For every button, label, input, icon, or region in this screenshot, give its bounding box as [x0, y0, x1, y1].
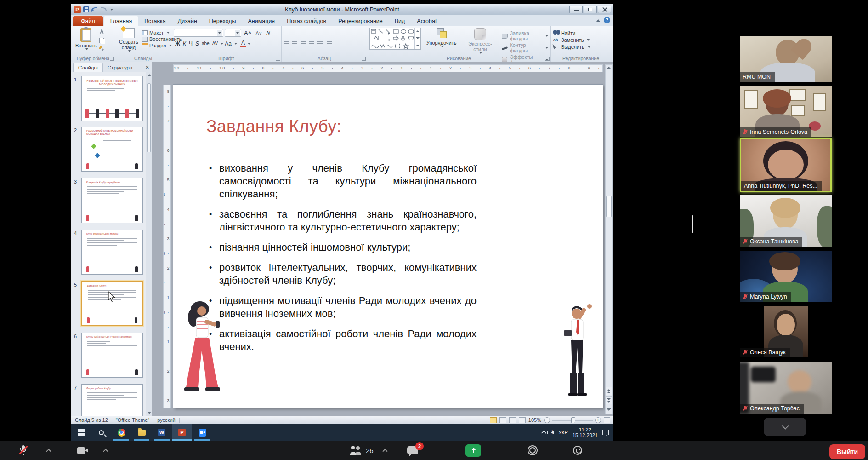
participant-tile[interactable]: Олеся Ващук: [740, 306, 832, 357]
participants-chevron-icon[interactable]: [384, 441, 388, 460]
editor-scrollbar[interactable]: [605, 64, 613, 414]
scroll-down-icon[interactable]: [148, 412, 151, 414]
slide-thumbnail-2[interactable]: РОЗМОВНИЙ КЛУБ ІНОЗЕМНОЇ МОВИ МОЛОДИХ ВЧ…: [81, 126, 143, 172]
columns-icon[interactable]: [317, 40, 323, 45]
audio-options-chevron-icon[interactable]: [48, 441, 51, 460]
shape-outline-button[interactable]: Контур фигуры: [502, 42, 548, 53]
paste-button[interactable]: Вставить: [74, 28, 99, 51]
dialog-launcher-icon[interactable]: [545, 57, 550, 61]
action-center-icon[interactable]: [602, 430, 609, 435]
font-color-button[interactable]: А: [240, 40, 246, 47]
collapse-gallery-button[interactable]: [764, 418, 806, 436]
record-button[interactable]: [528, 441, 538, 460]
tab-outline[interactable]: Структура: [103, 63, 137, 72]
slide-thumbnail-7[interactable]: Форми роботи Клубу:: [81, 384, 143, 417]
zoom-handle[interactable]: [571, 417, 575, 423]
format-painter-icon[interactable]: [99, 45, 105, 51]
smartart-icon[interactable]: [327, 40, 332, 45]
align-right-icon[interactable]: [301, 40, 306, 45]
zoom-in-icon[interactable]: +: [595, 417, 601, 423]
bullets-icon[interactable]: [284, 30, 290, 35]
zoom-slider[interactable]: − +: [544, 417, 601, 423]
reading-view-icon[interactable]: [509, 417, 516, 423]
taskbar-chrome[interactable]: [111, 424, 131, 441]
taskbar-search-button[interactable]: [91, 424, 111, 441]
text-direction-icon[interactable]: [330, 30, 336, 35]
qat-dropdown-icon[interactable]: [110, 9, 113, 11]
panel-scrollbar[interactable]: [146, 72, 152, 416]
copy-icon[interactable]: [99, 37, 105, 43]
slide-sorter-icon[interactable]: [499, 417, 506, 423]
taskbar-word[interactable]: W: [152, 424, 172, 441]
start-button[interactable]: [71, 424, 91, 441]
restore-button[interactable]: [584, 6, 597, 13]
slide-thumbnail-6[interactable]: Клубу здійснюється у таких напрямках:: [81, 333, 143, 378]
undo-icon[interactable]: [91, 7, 98, 12]
taskbar-explorer[interactable]: [131, 424, 152, 441]
participant-tile[interactable]: Олександр Торбас: [740, 362, 832, 414]
scrollbar-thumb[interactable]: [606, 196, 612, 217]
speaker-icon[interactable]: [551, 431, 554, 434]
replace-button[interactable]: abЗаменить: [553, 37, 608, 43]
tab-view[interactable]: Вид: [389, 16, 411, 26]
fit-to-window-icon[interactable]: [604, 417, 610, 423]
underline-button[interactable]: Ч: [187, 40, 194, 47]
change-case-button[interactable]: Aa: [223, 40, 233, 47]
tab-acrobat[interactable]: Acrobat: [411, 16, 443, 26]
participant-tile[interactable]: Inna Semenets-Orlova: [740, 86, 832, 137]
slide-thumbnail-1[interactable]: РОЗМОВНИЙ КЛУБ ІНОЗЕМНОЇ МОВИ МОЛОДИХ ВЧ…: [81, 76, 143, 121]
zoom-out-icon[interactable]: −: [544, 417, 550, 423]
video-options-chevron-icon[interactable]: [105, 441, 108, 460]
previous-slide-button[interactable]: [606, 387, 612, 395]
participant-tile[interactable]: Оксана Ташкінова: [740, 195, 832, 247]
line-spacing-icon[interactable]: [321, 30, 327, 35]
minimize-ribbon-icon[interactable]: [596, 19, 600, 22]
taskbar-zoom[interactable]: [192, 424, 212, 441]
align-left-icon[interactable]: [284, 40, 289, 45]
new-slide-button[interactable]: Создать слайд: [118, 28, 140, 52]
save-icon[interactable]: [83, 6, 89, 12]
strikethrough-button[interactable]: abe: [200, 41, 211, 46]
participants-button[interactable]: 26: [350, 441, 374, 460]
tab-file[interactable]: Файл: [73, 16, 103, 26]
scrollbar-thumb[interactable]: [147, 83, 151, 152]
tab-animations[interactable]: Анимация: [242, 16, 281, 26]
dialog-launcher-icon[interactable]: [362, 57, 366, 61]
shadow-button[interactable]: S: [194, 40, 200, 47]
italic-button[interactable]: К: [182, 40, 187, 47]
tab-transitions[interactable]: Переходы: [203, 16, 242, 26]
participant-tile[interactable]: RMU MON: [740, 36, 832, 82]
tab-review[interactable]: Рецензирование: [332, 16, 389, 26]
shapes-scrollbar[interactable]: [414, 28, 420, 49]
justify-icon[interactable]: [309, 40, 314, 45]
numbering-icon[interactable]: [294, 30, 300, 35]
reactions-button[interactable]: [573, 441, 582, 460]
theme-name[interactable]: "Office Theme": [116, 417, 149, 423]
chat-button[interactable]: 2: [407, 441, 418, 460]
close-panel-icon[interactable]: ✕: [145, 64, 149, 70]
leave-meeting-button[interactable]: Выйти: [829, 444, 865, 459]
dialog-launcher-icon[interactable]: [110, 57, 114, 61]
next-slide-button[interactable]: [606, 396, 612, 404]
close-button[interactable]: [598, 6, 611, 13]
tab-home[interactable]: Главная: [104, 16, 139, 26]
sidebar-resize-handle[interactable]: [692, 215, 693, 233]
increase-indent-icon[interactable]: [312, 30, 318, 35]
font-name-combobox[interactable]: [174, 29, 223, 37]
shrink-font-icon[interactable]: A˅: [254, 30, 263, 36]
language-indicator[interactable]: русский: [157, 417, 175, 423]
scroll-up-icon[interactable]: [607, 67, 611, 69]
taskbar-powerpoint-active[interactable]: P: [172, 424, 192, 441]
slide-thumbnail-5-selected[interactable]: Завдання Клубу:: [81, 281, 143, 326]
dialog-launcher-icon[interactable]: [276, 57, 280, 61]
font-size-combobox[interactable]: [225, 29, 241, 37]
mute-button[interactable]: [19, 441, 27, 460]
quick-styles-button[interactable]: Экспресс-стили: [462, 28, 498, 54]
decrease-indent-icon[interactable]: [303, 30, 309, 35]
participant-tile-active-speaker[interactable]: Anna Tiutiunnyk, PhD, Res...: [740, 138, 832, 192]
dropdown-arrow-icon[interactable]: [234, 43, 237, 45]
char-spacing-button[interactable]: AV: [211, 41, 220, 46]
shape-fill-button[interactable]: Заливка фигуры: [502, 30, 548, 41]
share-screen-button[interactable]: [465, 441, 481, 460]
tab-slideshow[interactable]: Показ слайдов: [281, 16, 332, 26]
